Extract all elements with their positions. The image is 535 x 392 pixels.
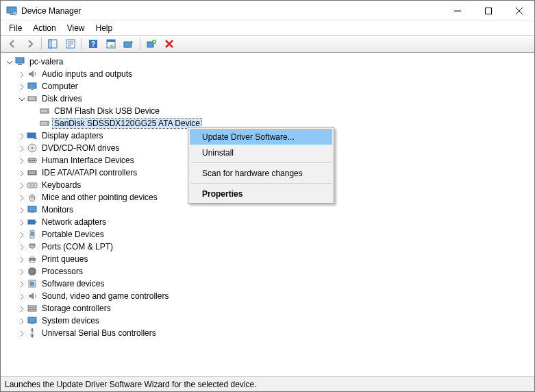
device-tree[interactable]: pc-valera Audio inputs and outputs Compu… (1, 53, 534, 373)
expander-none (28, 118, 39, 129)
disk-icon (39, 106, 50, 117)
tree-node-portable[interactable]: Portable Devices (2, 228, 534, 241)
svg-rect-15 (16, 58, 24, 63)
expander-closed-icon[interactable] (16, 217, 27, 228)
expander-closed-icon[interactable] (16, 167, 27, 178)
context-menu-properties[interactable]: Properties (190, 186, 332, 201)
tree-node-label[interactable]: Network adapters (40, 217, 108, 227)
menu-file[interactable]: File (3, 22, 27, 34)
expander-closed-icon[interactable] (16, 254, 27, 265)
toolbar-help-button[interactable]: ? (85, 36, 101, 51)
expander-closed-icon[interactable] (16, 315, 27, 326)
context-menu-uninstall[interactable]: Uninstall (190, 145, 332, 160)
menu-view[interactable]: View (62, 22, 90, 34)
tree-node-usb[interactable]: Universal Serial Bus controllers (2, 327, 534, 339)
svg-rect-37 (31, 212, 34, 213)
tree-node-storage[interactable]: Storage controllers (2, 302, 534, 315)
tree-node-label[interactable]: Keyboards (40, 180, 82, 190)
svg-rect-51 (28, 309, 36, 311)
tree-node-label[interactable]: Human Interface Devices (40, 156, 136, 165)
toolbar-back-button[interactable] (4, 36, 21, 51)
toolbar-delete-button[interactable] (161, 36, 177, 51)
tree-node-label[interactable]: Processors (40, 267, 84, 276)
expander-closed-icon[interactable] (16, 229, 27, 240)
statusbar-text: Launches the Update Driver Software Wiza… (5, 380, 257, 389)
expander-closed-icon[interactable] (16, 278, 27, 289)
tree-node-label[interactable]: Portable Devices (40, 230, 105, 239)
svg-rect-40 (31, 232, 34, 236)
toolbar-forward-button[interactable] (22, 36, 38, 51)
expander-open-icon[interactable] (3, 56, 14, 67)
mouse-icon (27, 192, 38, 203)
tree-node-label[interactable]: Ports (COM & LPT) (40, 242, 114, 252)
toolbar-show-hide-button[interactable] (45, 36, 61, 51)
monitor-icon (27, 81, 38, 92)
tree-node-label[interactable]: pc-valera (28, 57, 64, 66)
tree-node-label[interactable]: CBM Flash Disk USB Device (53, 106, 161, 116)
tree-node-software[interactable]: Software devices (2, 278, 534, 290)
menu-action[interactable]: Action (27, 22, 61, 34)
hid-icon (27, 155, 38, 166)
tree-node-audio[interactable]: Audio inputs and outputs (2, 68, 534, 80)
tree-node-network[interactable]: Network adapters (2, 216, 534, 228)
expander-closed-icon[interactable] (16, 155, 27, 166)
tree-node-label[interactable]: DVD/CD-ROM drives (40, 143, 121, 153)
expander-closed-icon[interactable] (16, 180, 27, 191)
expander-closed-icon[interactable] (16, 81, 27, 92)
expander-closed-icon[interactable] (16, 69, 27, 79)
tree-node-monitors[interactable]: Monitors (2, 204, 534, 216)
tree-node-label[interactable]: SanDisk SDSSDX120GG25 ATA Device (53, 119, 201, 128)
minimize-button[interactable] (442, 1, 473, 21)
tree-node-print-queues[interactable]: Print queues (2, 253, 534, 265)
tree-node-disk-cbm[interactable]: CBM Flash Disk USB Device (2, 105, 534, 117)
tree-node-label[interactable]: Audio inputs and outputs (40, 69, 134, 79)
tree-node-label[interactable]: Monitors (40, 205, 75, 215)
tree-node-label[interactable]: Universal Serial Bus controllers (40, 328, 158, 338)
expander-closed-icon[interactable] (16, 266, 27, 277)
maximize-button[interactable] (473, 1, 503, 21)
tree-node-ports[interactable]: Ports (COM & LPT) (2, 241, 534, 253)
tree-node-label[interactable]: Mice and other pointing devices (40, 193, 159, 202)
tree-node-computer[interactable]: Computer (2, 80, 534, 93)
tree-node-system[interactable]: System devices (2, 315, 534, 327)
system-icon (27, 315, 38, 326)
svg-rect-17 (28, 83, 36, 88)
context-menu-scan[interactable]: Scan for hardware changes (190, 165, 332, 181)
tree-node-label[interactable]: IDE ATA/ATAPI controllers (40, 168, 138, 177)
expander-closed-icon[interactable] (16, 328, 27, 339)
tree-node-processors[interactable]: Processors (2, 265, 534, 278)
app-icon (6, 5, 17, 16)
context-menu-update-driver[interactable]: Update Driver Software... (190, 129, 332, 145)
svg-point-43 (33, 245, 34, 246)
tree-node-label[interactable]: Computer (40, 82, 79, 91)
tree-node-sound[interactable]: Sound, video and game controllers (2, 290, 534, 302)
svg-rect-3 (485, 8, 491, 14)
tree-node-disk-drives[interactable]: Disk drives (2, 93, 534, 105)
toolbar-uninstall-button[interactable] (143, 36, 160, 51)
tree-node-label[interactable]: Sound, video and game controllers (40, 291, 170, 301)
toolbar-update-driver-button[interactable] (121, 36, 137, 51)
toolbar-action-button[interactable] (103, 36, 119, 51)
menu-help[interactable]: Help (90, 22, 119, 34)
expander-closed-icon[interactable] (16, 143, 27, 154)
tree-node-label[interactable]: Print queues (40, 254, 89, 264)
expander-open-icon[interactable] (16, 93, 27, 104)
tree-node-label[interactable]: Storage controllers (40, 304, 112, 313)
expander-closed-icon[interactable] (16, 303, 27, 314)
expander-closed-icon[interactable] (16, 130, 27, 141)
svg-rect-50 (28, 306, 36, 308)
close-button[interactable] (503, 1, 534, 21)
tree-node-label[interactable]: System devices (40, 316, 101, 326)
tree-root[interactable]: pc-valera (2, 56, 534, 68)
context-menu-label: Update Driver Software... (202, 132, 295, 142)
expander-closed-icon[interactable] (16, 241, 27, 252)
toolbar-properties-button[interactable] (62, 36, 79, 51)
expander-closed-icon[interactable] (16, 192, 27, 203)
expander-closed-icon[interactable] (16, 204, 27, 215)
tree-node-label[interactable]: Disk drives (40, 94, 84, 103)
ide-icon (27, 167, 38, 178)
tree-node-label[interactable]: Display adapters (40, 131, 104, 140)
tree-node-label[interactable]: Software devices (40, 279, 105, 289)
expander-closed-icon[interactable] (16, 291, 27, 302)
svg-rect-12 (126, 47, 129, 48)
